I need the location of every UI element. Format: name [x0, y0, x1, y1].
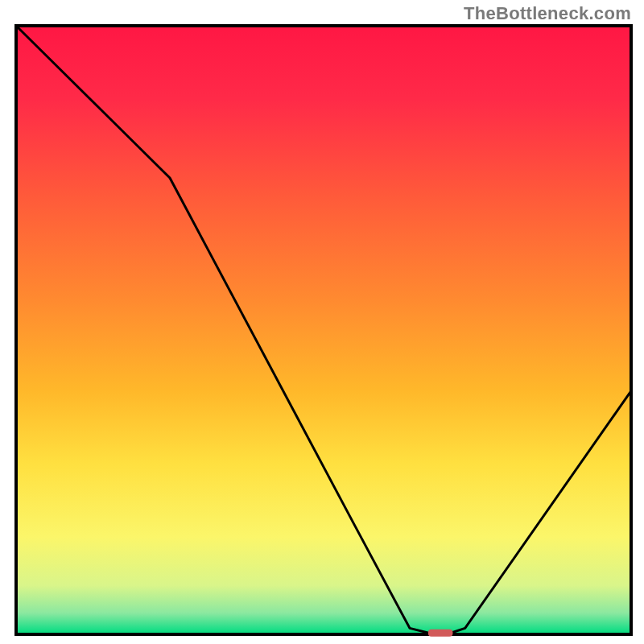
chart-canvas	[0, 0, 644, 644]
optimal-marker	[428, 630, 453, 637]
attribution-text: TheBottleneck.com	[464, 3, 631, 24]
bottleneck-curve-chart: TheBottleneck.com	[0, 0, 644, 644]
